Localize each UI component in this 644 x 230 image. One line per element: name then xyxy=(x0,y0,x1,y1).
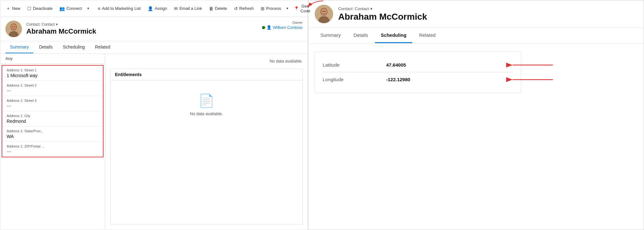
right-contact-info: Contact: Contact ▾ Abraham McCormick xyxy=(338,6,637,22)
tab-details[interactable]: Details xyxy=(35,41,57,53)
latitude-row: Latitude 47.64005 xyxy=(323,58,513,72)
connect-button[interactable]: 👥 Connect xyxy=(56,4,85,13)
address-street2-field: Address 1: Street 2 --- xyxy=(2,81,103,96)
right-column: No data available. Entitlements 📄 No dat… xyxy=(105,54,308,230)
email-link-label: Email a Link xyxy=(179,6,202,11)
address-city-label: Address 1: City xyxy=(7,114,98,118)
address-zip-label: Address 1: ZIP/Postal ... xyxy=(7,144,98,148)
owner-icon: 👤 xyxy=(266,25,272,30)
right-contact-type: Contact: Contact ▾ xyxy=(338,6,637,11)
right-contact-type-text: Contact: Contact xyxy=(338,6,369,11)
latitude-label: Latitude xyxy=(323,62,386,68)
latitude-arrow xyxy=(510,60,554,70)
address-city-value: Redmond xyxy=(7,119,98,124)
geo-arrow-annotation xyxy=(306,0,325,12)
right-tabs: Summary Details Scheduling Related xyxy=(308,28,644,43)
left-tabs: Summary Details Scheduling Related xyxy=(0,41,308,54)
new-button[interactable]: ＋ New xyxy=(3,4,23,13)
svg-point-5 xyxy=(12,26,13,27)
geocode-icon: 📍 xyxy=(294,6,299,11)
owner-name: 👤 William Contoso xyxy=(262,25,303,30)
avatar xyxy=(5,21,22,37)
address-street1-value: 1 Microsoft way xyxy=(7,73,98,78)
assign-button[interactable]: 👤 Assign xyxy=(144,4,170,13)
delete-button[interactable]: 🗑 Delete xyxy=(206,4,230,13)
contact-type: Contact: Contact ▾ xyxy=(26,22,303,27)
assign-icon: 👤 xyxy=(148,6,153,11)
dropdown-chevron[interactable]: ▾ xyxy=(56,22,58,27)
refresh-icon: ↺ xyxy=(234,6,238,11)
entitlements-header: Entitlements xyxy=(111,69,302,81)
address-state-value: WA xyxy=(7,134,98,139)
contact-name: Abraham McCormick xyxy=(26,27,303,36)
owner-name-text[interactable]: William Contoso xyxy=(273,25,303,30)
process-icon: ⊞ xyxy=(261,6,265,11)
longitude-value: -122.12980 xyxy=(386,77,513,82)
longitude-arrow xyxy=(510,75,554,84)
address-street3-field: Address 1: Street 3 --- xyxy=(2,96,103,111)
right-tab-summary[interactable]: Summary xyxy=(315,28,346,43)
address-zip-value: --- xyxy=(7,149,98,154)
entitlements-no-data: No data available. xyxy=(190,111,223,116)
owner-label: Owner xyxy=(262,21,303,24)
right-dropdown-chevron[interactable]: ▾ xyxy=(370,6,372,11)
contact-type-text: Contact: Contact xyxy=(26,22,55,27)
entitlements-section: Entitlements 📄 No data available. xyxy=(110,69,303,225)
email-link-button[interactable]: ✉ Email a Link xyxy=(171,4,205,13)
left-column: Any Address 1: Street 1 1 Microsoft way … xyxy=(0,54,105,230)
connect-chevron[interactable]: ▾ xyxy=(86,4,91,12)
toolbar: ＋ New ☐ Deactivate 👥 Connect ▾ ≡ Add to … xyxy=(0,0,308,17)
document-icon: 📄 xyxy=(198,93,214,108)
tab-scheduling[interactable]: Scheduling xyxy=(58,41,89,53)
right-contact-name: Abraham McCormick xyxy=(338,12,637,22)
add-marketing-button[interactable]: ≡ Add to Marketing List xyxy=(95,4,144,13)
right-tab-details[interactable]: Details xyxy=(348,28,374,43)
delete-label: Delete xyxy=(215,6,227,11)
address-section: Address 1: Street 1 1 Microsoft way Addr… xyxy=(2,65,104,157)
right-tab-scheduling[interactable]: Scheduling xyxy=(375,28,412,43)
address-street2-label: Address 1: Street 2 xyxy=(7,83,98,87)
right-tab-related[interactable]: Related xyxy=(413,28,441,43)
address-street3-label: Address 1: Street 3 xyxy=(7,99,98,102)
add-marketing-label: Add to Marketing List xyxy=(102,6,141,11)
tab-summary[interactable]: Summary xyxy=(5,41,33,53)
address-street3-value: --- xyxy=(7,103,98,108)
new-label: New xyxy=(12,6,20,11)
right-panel: Contact: Contact ▾ Abraham McCormick Sum… xyxy=(308,0,644,230)
address-zip-field: Address 1: ZIP/Postal ... --- xyxy=(2,142,103,157)
address-state-field: Address 1: State/Prov... WA xyxy=(2,127,103,142)
deactivate-button[interactable]: ☐ Deactivate xyxy=(24,4,56,13)
address-city-field: Address 1: City Redmond xyxy=(2,111,103,127)
address-street2-value: --- xyxy=(7,88,98,93)
latitude-value: 47.64005 xyxy=(386,62,513,68)
refresh-button[interactable]: ↺ Refresh xyxy=(231,4,257,13)
contact-info: Contact: Contact ▾ Abraham McCormick xyxy=(26,22,303,36)
contact-header: Contact: Contact ▾ Abraham McCormick Own… xyxy=(0,17,308,41)
entitlements-body: 📄 No data available. xyxy=(111,81,302,129)
geocode-annotation: 📍 Geo Code xyxy=(291,2,313,15)
left-panel: ＋ New ☐ Deactivate 👥 Connect ▾ ≡ Add to … xyxy=(0,0,308,230)
owner-status-dot xyxy=(262,26,265,29)
address-street1-label: Address 1: Street 1 xyxy=(7,68,98,72)
delete-icon: 🗑 xyxy=(209,6,213,11)
top-no-data: No data available. xyxy=(110,59,303,63)
process-button[interactable]: ⊞ Process xyxy=(258,4,284,13)
process-chevron[interactable]: ▾ xyxy=(285,4,290,12)
right-contact-header: Contact: Contact ▾ Abraham McCormick xyxy=(308,0,644,28)
deactivate-label: Deactivate xyxy=(33,6,52,11)
process-label: Process xyxy=(266,6,281,11)
deactivate-icon: ☐ xyxy=(27,6,31,11)
owner-section: Owner 👤 William Contoso xyxy=(262,21,303,30)
address-street1-field: Address 1: Street 1 1 Microsoft way xyxy=(2,66,103,81)
any-header: Any xyxy=(0,54,105,64)
longitude-label: Longitude xyxy=(323,77,386,82)
svg-point-6 xyxy=(14,26,15,27)
svg-point-4 xyxy=(11,24,16,30)
tab-related[interactable]: Related xyxy=(91,41,115,53)
geo-card: Latitude 47.64005 Longitude -122.12980 xyxy=(315,51,521,93)
longitude-row: Longitude -122.12980 xyxy=(323,72,513,87)
main-content: Any Address 1: Street 1 1 Microsoft way … xyxy=(0,54,308,230)
refresh-label: Refresh xyxy=(239,6,254,11)
connect-icon: 👥 xyxy=(59,6,65,11)
address-state-label: Address 1: State/Prov... xyxy=(7,129,98,133)
